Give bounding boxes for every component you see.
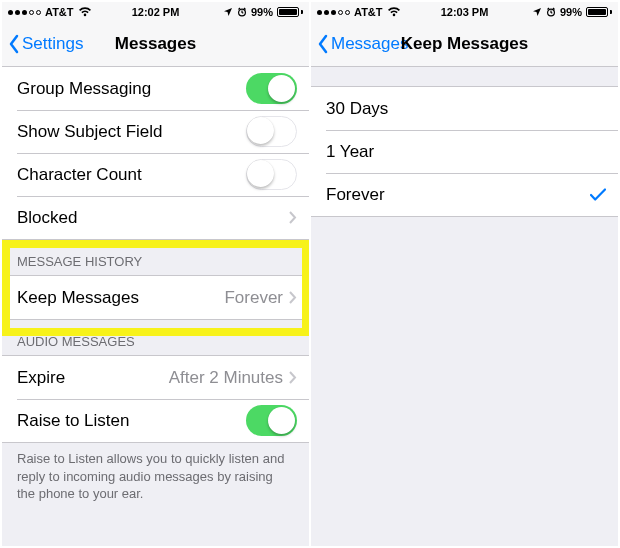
- audio-messages-header: AUDIO MESSAGES: [2, 320, 309, 355]
- chevron-right-icon: [289, 371, 297, 384]
- keep-messages-value: Forever: [224, 288, 283, 308]
- back-button[interactable]: Messages: [311, 34, 408, 54]
- keep-options-section: 30 Days 1 Year Forever: [311, 86, 618, 217]
- character-count-switch[interactable]: [246, 159, 297, 190]
- expire-value: After 2 Minutes: [169, 368, 283, 388]
- wifi-icon: [387, 7, 401, 17]
- blocked-row[interactable]: Blocked: [2, 196, 309, 239]
- chevron-left-icon: [317, 34, 329, 54]
- option-forever[interactable]: Forever: [311, 173, 618, 216]
- location-icon: [223, 7, 233, 17]
- raise-to-listen-footer: Raise to Listen allows you to quickly li…: [2, 443, 309, 517]
- audio-messages-section: Expire After 2 Minutes Raise to Listen: [2, 355, 309, 443]
- option-label: 30 Days: [326, 99, 606, 119]
- messages-settings-pane: AT&T 12:02 PM 99%: [2, 2, 309, 546]
- show-subject-label: Show Subject Field: [17, 122, 246, 142]
- chevron-left-icon: [8, 34, 20, 54]
- raise-to-listen-label: Raise to Listen: [17, 411, 246, 431]
- battery-icon: [277, 7, 303, 17]
- expire-label: Expire: [17, 368, 169, 388]
- back-label: Settings: [22, 34, 83, 54]
- back-label: Messages: [331, 34, 408, 54]
- back-button[interactable]: Settings: [2, 34, 83, 54]
- nav-bar: Settings Messages: [2, 22, 309, 67]
- option-30-days[interactable]: 30 Days: [311, 87, 618, 130]
- location-icon: [532, 7, 542, 17]
- group-messaging-section: Group Messaging Show Subject Field Chara…: [2, 66, 309, 240]
- option-label: 1 Year: [326, 142, 606, 162]
- raise-to-listen-switch[interactable]: [246, 405, 297, 436]
- battery-icon: [586, 7, 612, 17]
- wifi-icon: [78, 7, 92, 17]
- group-messaging-label: Group Messaging: [17, 79, 246, 99]
- signal-icon: [317, 10, 350, 15]
- signal-icon: [8, 10, 41, 15]
- raise-to-listen-row[interactable]: Raise to Listen: [2, 399, 309, 442]
- character-count-label: Character Count: [17, 165, 246, 185]
- message-history-header: MESSAGE HISTORY: [2, 240, 309, 275]
- keep-messages-pane: AT&T 12:03 PM 99%: [311, 2, 618, 546]
- character-count-row[interactable]: Character Count: [2, 153, 309, 196]
- alarm-icon: [237, 7, 247, 17]
- option-label: Forever: [326, 185, 590, 205]
- show-subject-switch[interactable]: [246, 116, 297, 147]
- checkmark-icon: [590, 188, 606, 202]
- expire-row[interactable]: Expire After 2 Minutes: [2, 356, 309, 399]
- group-messaging-row[interactable]: Group Messaging: [2, 67, 309, 110]
- nav-bar: Messages Keep Messages: [311, 22, 618, 67]
- carrier-label: AT&T: [45, 6, 74, 18]
- alarm-icon: [546, 7, 556, 17]
- chevron-right-icon: [289, 211, 297, 224]
- message-history-section: Keep Messages Forever: [2, 275, 309, 320]
- battery-pct: 99%: [251, 6, 273, 18]
- group-messaging-switch[interactable]: [246, 73, 297, 104]
- blocked-label: Blocked: [17, 208, 289, 228]
- battery-pct: 99%: [560, 6, 582, 18]
- show-subject-row[interactable]: Show Subject Field: [2, 110, 309, 153]
- option-1-year[interactable]: 1 Year: [311, 130, 618, 173]
- status-bar: AT&T 12:03 PM 99%: [311, 2, 618, 22]
- keep-messages-label: Keep Messages: [17, 288, 224, 308]
- keep-messages-row[interactable]: Keep Messages Forever: [2, 276, 309, 319]
- status-bar: AT&T 12:02 PM 99%: [2, 2, 309, 22]
- chevron-right-icon: [289, 291, 297, 304]
- carrier-label: AT&T: [354, 6, 383, 18]
